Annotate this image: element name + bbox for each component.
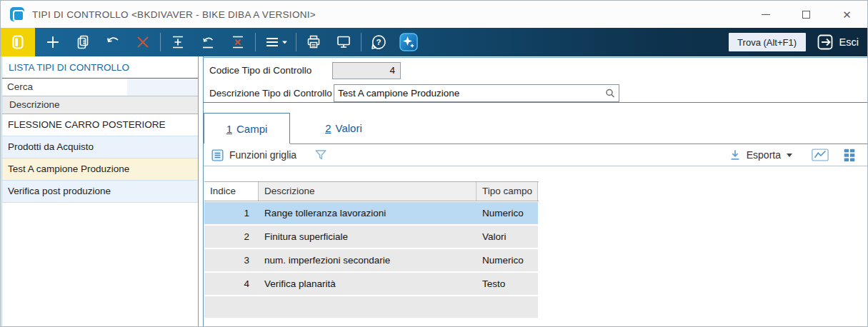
cell-tipo-campo: Testo bbox=[477, 273, 538, 295]
main-toolbar: ? Trova (Alt+F1) Esci bbox=[1, 28, 867, 56]
toolbar-separator bbox=[255, 33, 256, 51]
toolbar-separator bbox=[160, 33, 161, 51]
help-icon: ? bbox=[369, 33, 388, 51]
delete-icon bbox=[134, 34, 151, 51]
monitor-icon bbox=[335, 34, 352, 51]
export-button[interactable]: Esporta bbox=[728, 148, 792, 162]
delete-button[interactable] bbox=[128, 28, 158, 56]
add-button[interactable] bbox=[38, 28, 68, 56]
list-item-selected[interactable]: Test A campione Produzione bbox=[2, 159, 198, 181]
panel-divider bbox=[203, 56, 204, 327]
grid-functions-button[interactable]: Funzioni griglia bbox=[211, 149, 296, 162]
window-controls: ✕ bbox=[745, 1, 867, 28]
export-label: Esporta bbox=[747, 149, 781, 161]
cell-descrizione: Range tolleranza lavorazioni bbox=[259, 202, 477, 224]
add-icon bbox=[44, 34, 61, 51]
table-row[interactable]: 3 num. imperfezioni secondarie Numerico bbox=[204, 249, 538, 271]
code-field[interactable]: 4 bbox=[332, 62, 401, 79]
maximize-icon bbox=[802, 11, 810, 19]
undo-icon bbox=[104, 34, 121, 51]
sidebar-search-input[interactable]: Cerca bbox=[2, 79, 198, 96]
delete-row-icon bbox=[229, 34, 246, 51]
grid-functions-icon bbox=[211, 149, 224, 162]
maximize-button[interactable] bbox=[786, 1, 827, 28]
tab-number: 1 bbox=[226, 123, 232, 135]
find-button[interactable]: Trova (Alt+F1) bbox=[729, 33, 806, 51]
description-label: Descrizione Tipo di Controllo bbox=[209, 88, 332, 99]
undo-button[interactable] bbox=[98, 28, 128, 56]
grid-functions-label: Funzioni griglia bbox=[229, 149, 296, 161]
exit-label: Esci bbox=[839, 36, 859, 48]
window-title: TIPI DI CONTROLLO <BKDIVAVER - BIKE DIBA… bbox=[32, 9, 316, 20]
title-bar: TIPI DI CONTROLLO <BKDIVAVER - BIKE DIBA… bbox=[1, 1, 867, 28]
tab-number: 2 bbox=[325, 122, 331, 134]
filter-button[interactable] bbox=[314, 148, 328, 162]
form-panel-border bbox=[203, 102, 868, 103]
form-panel-border bbox=[203, 57, 868, 58]
sidebar-column-header[interactable]: Descrizione bbox=[2, 96, 198, 114]
cell-indice: 2 bbox=[204, 226, 259, 248]
cell-tipo-campo: Numerico bbox=[477, 202, 538, 224]
table-row[interactable]: 1 Range tolleranza lavorazioni Numerico bbox=[204, 202, 538, 224]
cell-descrizione: num. imperfezioni secondarie bbox=[259, 249, 477, 271]
list-item[interactable]: Verifica post produzione bbox=[2, 181, 198, 203]
tab-label: Campi bbox=[236, 123, 267, 135]
cell-descrizione: Verifica planarità bbox=[259, 273, 477, 295]
confirm-row-icon bbox=[169, 34, 186, 51]
undo-row-button[interactable] bbox=[193, 28, 223, 56]
app-logo-icon bbox=[10, 7, 24, 21]
help-button[interactable]: ? bbox=[364, 28, 394, 56]
description-value: Test A campione Produzione bbox=[338, 88, 459, 99]
column-header-indice[interactable]: Indice bbox=[204, 182, 259, 201]
column-header-tipo-campo[interactable]: Tipo campo bbox=[477, 182, 538, 201]
grid-view-button[interactable] bbox=[842, 148, 857, 162]
tab-campi[interactable]: 1 Campi bbox=[204, 113, 290, 144]
cell-descrizione: Finitura superficiale bbox=[259, 226, 477, 248]
sidebar-title: LISTA TIPI DI CONTROLLO bbox=[2, 56, 198, 79]
cell-indice: 3 bbox=[204, 249, 259, 271]
menu-button[interactable] bbox=[258, 28, 294, 56]
grid-toolbar: Funzioni griglia Esporta bbox=[204, 144, 868, 166]
ai-assistant-icon bbox=[398, 31, 419, 53]
table-row[interactable]: 4 Verifica planarità Testo bbox=[204, 273, 538, 295]
cell-tipo-campo: Valori bbox=[477, 226, 538, 248]
code-label: Codice Tipo di Controllo bbox=[209, 65, 311, 76]
exit-icon bbox=[816, 33, 834, 51]
chevron-down-icon bbox=[787, 154, 792, 157]
table-row[interactable]: 2 Finitura superficiale Valori bbox=[204, 226, 538, 248]
filter-icon bbox=[314, 148, 328, 162]
description-field[interactable]: Test A campione Produzione bbox=[334, 84, 619, 102]
tab-label: Valori bbox=[336, 122, 362, 134]
grid-view-icon bbox=[842, 148, 857, 162]
table-header: Indice Descrizione Tipo campo bbox=[204, 181, 539, 201]
list-item[interactable]: Prodotti da Acquisto bbox=[2, 136, 198, 159]
download-icon bbox=[728, 148, 742, 162]
copy-icon bbox=[74, 34, 91, 51]
minimize-icon bbox=[762, 14, 770, 15]
monitor-button[interactable] bbox=[329, 28, 359, 56]
list-item[interactable]: FLESSIONE CARRO POSTERIORE bbox=[2, 114, 198, 136]
delete-row-button[interactable] bbox=[223, 28, 253, 56]
table-row-empty[interactable] bbox=[204, 296, 538, 318]
copy-button[interactable] bbox=[68, 28, 98, 56]
home-icon bbox=[9, 34, 26, 51]
svg-text:?: ? bbox=[376, 38, 381, 46]
toolbar-separator bbox=[361, 33, 361, 51]
close-icon: ✕ bbox=[842, 9, 852, 20]
chart-view-button[interactable] bbox=[811, 147, 829, 163]
confirm-row-button[interactable] bbox=[163, 28, 193, 56]
control-types-list-panel: LISTA TIPI DI CONTROLLO Cerca Descrizion… bbox=[1, 56, 199, 327]
search-icon[interactable] bbox=[604, 87, 617, 100]
undo-row-icon bbox=[199, 34, 216, 51]
close-button[interactable]: ✕ bbox=[827, 1, 867, 28]
print-button[interactable] bbox=[299, 28, 329, 56]
cell-indice: 1 bbox=[204, 202, 259, 224]
cell-indice: 4 bbox=[204, 273, 259, 295]
minimize-button[interactable] bbox=[745, 1, 786, 28]
exit-button[interactable]: Esci bbox=[816, 33, 859, 51]
ai-assistant-button[interactable] bbox=[394, 28, 424, 56]
tab-valori[interactable]: 2 Valori bbox=[297, 113, 390, 144]
home-button[interactable] bbox=[1, 28, 35, 56]
chart-icon bbox=[811, 147, 829, 163]
column-header-descrizione[interactable]: Descrizione bbox=[259, 182, 477, 201]
